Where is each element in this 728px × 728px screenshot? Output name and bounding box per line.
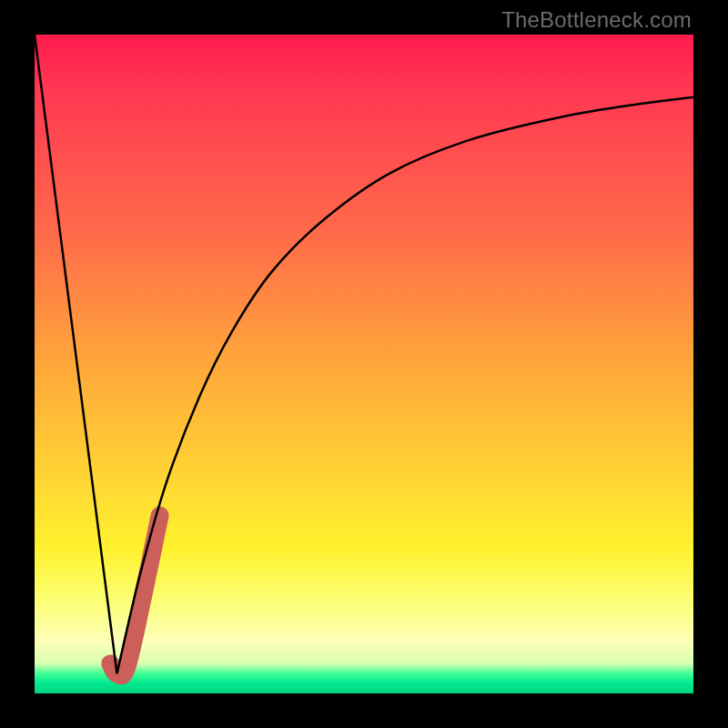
chart-svg — [35, 35, 693, 693]
left-falling-line — [35, 35, 117, 673]
chart-frame: TheBottleneck.com — [0, 0, 728, 728]
watermark-text: TheBottleneck.com — [501, 7, 692, 33]
right-rising-curve — [117, 97, 694, 674]
